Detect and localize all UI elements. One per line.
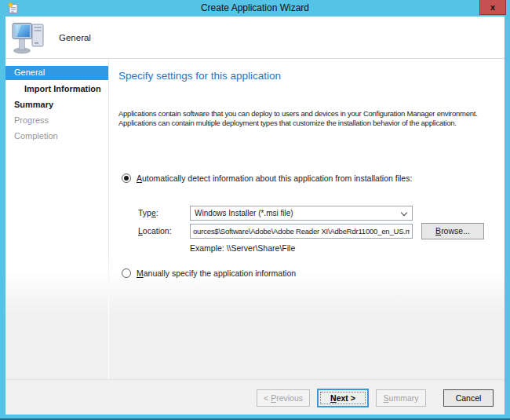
wizard-nav-sidebar: General Import Information Summary Progr… (5, 59, 108, 379)
window-title: Create Application Wizard (0, 2, 510, 13)
type-dropdown-value: Windows Installer (*.msi file) (195, 209, 293, 217)
page-description: Applications contain software that you c… (118, 109, 478, 128)
wizard-frame: General General Import Information Summa… (5, 16, 505, 415)
manual-specify-radio-row[interactable]: Manually specify the application informa… (122, 268, 296, 278)
location-label: Location: (138, 226, 172, 236)
sidebar-item-completion: Completion (5, 129, 108, 144)
auto-detect-radio-button[interactable] (122, 173, 131, 183)
header-page-title: General (59, 33, 91, 42)
sidebar-item-progress: Progress (5, 113, 108, 129)
auto-detect-radio-row[interactable]: Automatically detect information about t… (122, 173, 412, 183)
browse-button[interactable]: Browse... (421, 223, 484, 239)
wizard-header-banner: General (5, 16, 505, 59)
wizard-footer: < Previous Next > Summary Cancel (5, 379, 505, 415)
location-example-text: Example: \\Server\Share\File (190, 243, 295, 253)
computer-icon (12, 20, 48, 57)
previous-button: < Previous (257, 389, 310, 407)
sidebar-item-general[interactable]: General (5, 66, 108, 80)
summary-button: Summary (376, 389, 426, 407)
cancel-button[interactable]: Cancel (443, 389, 494, 407)
chevron-down-icon (401, 210, 407, 216)
wizard-content-pane: Specify settings for this application Ap… (109, 59, 505, 379)
create-application-wizard-window: Create Application Wizard x (0, 0, 510, 420)
auto-detect-radio-label[interactable]: Automatically detect information about t… (137, 173, 412, 183)
location-input[interactable] (190, 224, 413, 239)
sidebar-item-import-information[interactable]: Import Information (5, 82, 108, 97)
type-dropdown[interactable]: Windows Installer (*.msi file) (190, 206, 413, 221)
page-heading: Specify settings for this application (118, 70, 281, 82)
close-button[interactable]: x (479, 0, 506, 15)
wizard-body: General Import Information Summary Progr… (5, 59, 505, 379)
manual-specify-radio-label[interactable]: Manually specify the application informa… (137, 268, 296, 278)
title-bar[interactable]: Create Application Wizard x (0, 0, 510, 16)
next-button[interactable]: Next > (318, 389, 368, 407)
type-label: Type: (138, 208, 158, 217)
manual-specify-radio-button[interactable] (122, 268, 131, 278)
sidebar-item-summary[interactable]: Summary (5, 97, 108, 113)
